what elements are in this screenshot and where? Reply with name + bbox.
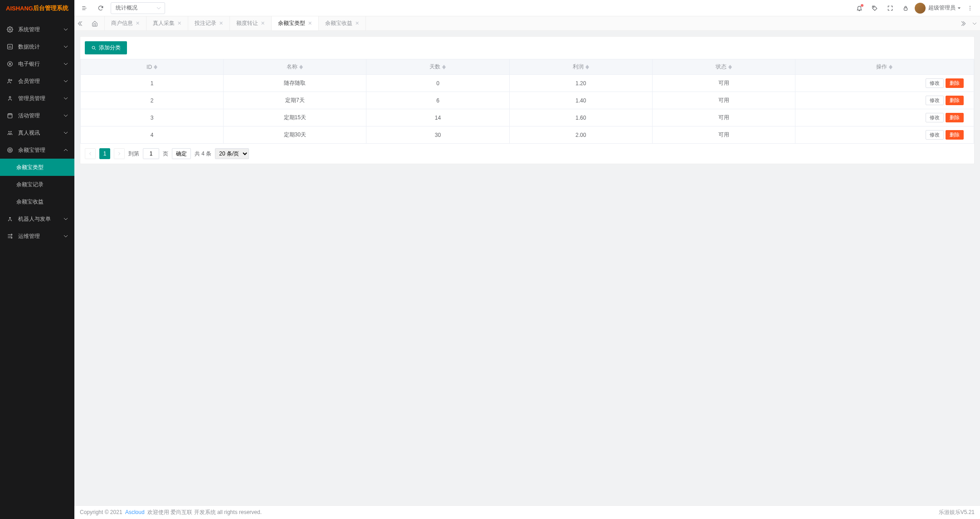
page-select[interactable]: 统计概况 xyxy=(111,2,165,14)
sidebar-subitem-wallet-profit[interactable]: 余额宝收益 xyxy=(0,193,74,210)
sidebar-item-robot[interactable]: 机器人与发单 xyxy=(0,210,74,228)
tab-label: 额度转让 xyxy=(236,19,258,27)
fullscreen-button[interactable] xyxy=(884,2,897,15)
footer-link[interactable]: Ascloud xyxy=(125,509,145,515)
svg-point-10 xyxy=(9,149,11,151)
page-prev[interactable] xyxy=(85,148,96,159)
th-label: ID xyxy=(146,64,152,70)
tab-bet-record[interactable]: 投注记录✕ xyxy=(188,16,230,30)
tab-quota-transfer[interactable]: 额度转让✕ xyxy=(230,16,272,30)
delete-button[interactable]: 删除 xyxy=(946,113,964,122)
caret-down-icon xyxy=(957,6,961,10)
user-menu[interactable]: 超级管理员 xyxy=(928,4,961,12)
footer-copyright-suffix: 欢迎使用 爱尚互联 开发系统 all rights reserved. xyxy=(146,509,262,515)
tabs-scroll-right[interactable] xyxy=(958,16,969,30)
cell-status: 可用 xyxy=(652,75,795,92)
cell-name: 定期30天 xyxy=(224,126,366,144)
th-id[interactable]: ID xyxy=(81,59,224,75)
logo-text-1: AISHANG xyxy=(6,5,33,12)
wallet-icon xyxy=(6,147,14,153)
footer: Copyright © 2021 Ascloud 欢迎使用 爱尚互联 开发系统 … xyxy=(74,505,980,519)
table-row: 3定期15天141.60可用修改删除 xyxy=(81,109,974,126)
sidebar-item-bank[interactable]: 电子银行 xyxy=(0,55,74,73)
edit-button[interactable]: 修改 xyxy=(926,130,944,140)
sidebar-item-ops[interactable]: 运维管理 xyxy=(0,228,74,245)
tabs-scroll-left[interactable] xyxy=(74,16,85,30)
th-status[interactable]: 状态 xyxy=(652,59,795,75)
table-row: 2定期7天61.40可用修改删除 xyxy=(81,92,974,109)
chevron-down-icon xyxy=(63,96,68,101)
edit-button[interactable]: 修改 xyxy=(926,78,944,88)
tag-button[interactable] xyxy=(868,2,881,15)
svg-point-8 xyxy=(10,131,11,132)
delete-button[interactable]: 删除 xyxy=(946,96,964,105)
svg-point-18 xyxy=(970,10,970,10)
sidebar-item-label: 余额宝管理 xyxy=(18,146,45,154)
th-label: 天数 xyxy=(429,63,440,71)
add-category-button[interactable]: 添加分类 xyxy=(85,41,127,54)
th-label: 利润 xyxy=(573,63,584,71)
tab-label: 余额宝收益 xyxy=(325,19,352,27)
cell-actions: 修改删除 xyxy=(795,126,974,144)
table-row: 4定期30天302.00可用修改删除 xyxy=(81,126,974,144)
sidebar-item-label: 余额宝类型 xyxy=(16,164,44,171)
tab-merchant[interactable]: 商户信息✕ xyxy=(105,16,146,30)
search-icon xyxy=(91,45,97,51)
sidebar-item-stats[interactable]: 数据统计 xyxy=(0,38,74,55)
close-icon[interactable]: ✕ xyxy=(219,20,223,26)
lock-button[interactable] xyxy=(899,2,912,15)
cell-days: 0 xyxy=(366,75,509,92)
th-name[interactable]: 名称 xyxy=(224,59,366,75)
tab-wallet-type[interactable]: 余额宝类型✕ xyxy=(272,16,319,30)
sidebar-item-admins[interactable]: 管理员管理 xyxy=(0,90,74,107)
page-number-1[interactable]: 1 xyxy=(99,148,110,159)
delete-button[interactable]: 删除 xyxy=(946,78,964,88)
tabs-dropdown[interactable] xyxy=(969,16,980,30)
cell-actions: 修改删除 xyxy=(795,75,974,92)
tab-real-collect[interactable]: 真人采集✕ xyxy=(146,16,188,30)
svg-rect-6 xyxy=(8,114,12,118)
th-profit[interactable]: 利润 xyxy=(509,59,652,75)
sidebar-submenu-wallet: 余额宝类型 余额宝记录 余额宝收益 xyxy=(0,159,74,210)
users-icon xyxy=(6,78,14,84)
page-select-value: 统计概况 xyxy=(116,4,137,12)
close-icon[interactable]: ✕ xyxy=(261,20,265,26)
sidebar-item-label: 系统管理 xyxy=(18,26,40,34)
sidebar-item-wallet[interactable]: 余额宝管理 xyxy=(0,141,74,159)
data-table: ID 名称 天数 利润 状态 操作 1随存随取01.20可用修改删除2定期7天6… xyxy=(80,59,974,144)
close-icon[interactable]: ✕ xyxy=(308,20,312,26)
more-button[interactable] xyxy=(964,2,976,15)
edit-button[interactable]: 修改 xyxy=(926,113,944,122)
sidebar-item-activity[interactable]: 活动管理 xyxy=(0,107,74,124)
close-icon[interactable]: ✕ xyxy=(355,20,359,26)
delete-button[interactable]: 删除 xyxy=(946,130,964,140)
sidebar-subitem-wallet-record[interactable]: 余额宝记录 xyxy=(0,176,74,193)
cell-status: 可用 xyxy=(652,126,795,144)
chevron-down-icon xyxy=(63,131,68,135)
refresh-button[interactable] xyxy=(94,2,107,15)
sidebar-subitem-wallet-type[interactable]: 余额宝类型 xyxy=(0,159,74,176)
th-actions[interactable]: 操作 xyxy=(795,59,974,75)
page-goto-input[interactable] xyxy=(143,148,159,159)
th-days[interactable]: 天数 xyxy=(366,59,509,75)
notifications-button[interactable] xyxy=(853,2,866,15)
sidebar-item-video[interactable]: 真人视讯 xyxy=(0,124,74,141)
page-size-select[interactable]: 20 条/页 xyxy=(215,148,249,159)
sidebar-item-system[interactable]: 系统管理 xyxy=(0,21,74,38)
menu-toggle-button[interactable] xyxy=(78,2,91,15)
sidebar-item-label: 运维管理 xyxy=(18,233,40,240)
cell-name: 定期15天 xyxy=(224,109,366,126)
cell-days: 30 xyxy=(366,126,509,144)
page-next[interactable] xyxy=(114,148,125,159)
sort-icon xyxy=(154,65,157,69)
sidebar-item-members[interactable]: 会员管理 xyxy=(0,73,74,90)
close-icon[interactable]: ✕ xyxy=(136,20,140,26)
tab-home[interactable] xyxy=(85,16,105,30)
button-label: 添加分类 xyxy=(99,44,121,52)
page-goto-confirm[interactable]: 确定 xyxy=(172,148,191,159)
avatar[interactable] xyxy=(915,3,926,14)
close-icon[interactable]: ✕ xyxy=(177,20,181,26)
cell-actions: 修改删除 xyxy=(795,109,974,126)
edit-button[interactable]: 修改 xyxy=(926,96,944,105)
tab-wallet-profit[interactable]: 余额宝收益✕ xyxy=(319,16,366,30)
